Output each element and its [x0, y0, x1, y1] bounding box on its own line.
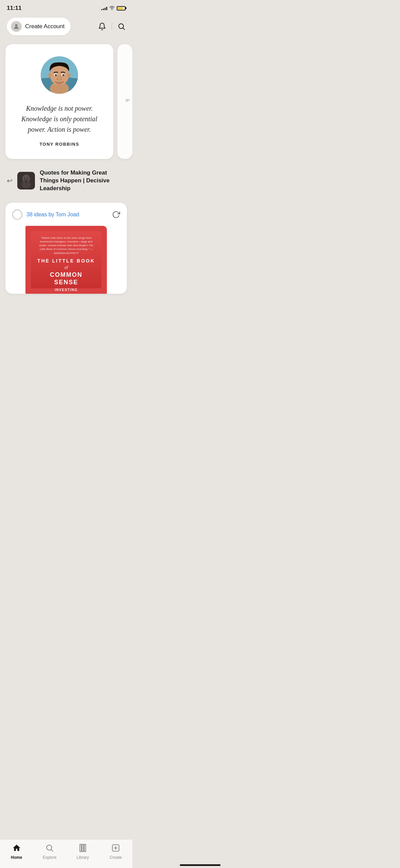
author-photo: [41, 56, 78, 94]
source-thumbnail: [17, 172, 35, 189]
status-time: 11:11: [7, 5, 21, 12]
avatar: [11, 21, 22, 32]
svg-point-8: [67, 73, 71, 78]
search-button[interactable]: [117, 22, 126, 31]
source-text: Quotes for Making Great Things Happen | …: [40, 169, 126, 193]
svg-line-2: [123, 28, 125, 30]
status-bar: 11:11: [0, 0, 132, 14]
main-content: Knowledge is not power. Knowledge is onl…: [0, 41, 132, 331]
ideas-circle-icon: [12, 210, 22, 220]
svg-point-1: [119, 24, 123, 29]
book-title-sub: INVESTING: [55, 288, 77, 292]
bell-icon: [98, 22, 106, 31]
book-title-main: COMMON SENSE: [37, 271, 95, 286]
quote-card[interactable]: Knowledge is not power. Knowledge is onl…: [5, 44, 113, 159]
ideas-header: 38 ideas by Tom Joad: [12, 210, 120, 220]
ideas-card: 38 ideas by Tom Joad "Rather than: [5, 203, 127, 294]
status-icons: [101, 5, 126, 11]
reply-arrow-icon: ↪: [7, 177, 13, 185]
svg-point-0: [15, 24, 18, 26]
book-blurb: "Rather than listen to the siren songs f…: [37, 236, 95, 255]
svg-point-14: [63, 74, 64, 75]
header-divider: [112, 23, 112, 30]
svg-point-12: [62, 74, 64, 76]
signal-icon: [101, 6, 107, 10]
quote-avatar: [41, 56, 78, 94]
svg-point-19: [27, 178, 28, 179]
battery-icon: [117, 6, 126, 11]
quote-card-peek: gerih: [117, 44, 132, 159]
svg-point-11: [55, 74, 57, 76]
svg-point-7: [48, 73, 52, 78]
book-title-line1: THE LITTLE BOOK: [37, 258, 95, 264]
header: Create Account: [0, 14, 132, 41]
notification-button[interactable]: [98, 22, 106, 31]
search-icon: [117, 22, 126, 31]
book-title-of: of: [64, 265, 68, 270]
ideas-author: Tom Joad: [56, 212, 79, 217]
svg-point-18: [24, 178, 25, 179]
refresh-icon: [112, 211, 120, 219]
quote-author: TONY ROBBINS: [39, 142, 79, 147]
quote-text: Knowledge is not power. Knowledge is onl…: [15, 103, 104, 135]
ideas-label: ideas by: [34, 212, 56, 217]
quote-card-container: Knowledge is not power. Knowledge is onl…: [5, 44, 127, 159]
book-cover: "Rather than listen to the siren songs f…: [25, 226, 107, 294]
ideas-count-text: 38 ideas by Tom Joad: [26, 212, 79, 218]
source-title: Quotes for Making Great Things Happen | …: [40, 169, 126, 193]
source-row[interactable]: ↪: [5, 166, 127, 196]
svg-point-13: [56, 74, 57, 75]
refresh-button[interactable]: [112, 211, 120, 219]
create-account-button[interactable]: Create Account: [7, 18, 71, 35]
wifi-icon: [109, 5, 115, 11]
ideas-count: 38: [26, 212, 33, 217]
source-thumb-image: [17, 172, 35, 189]
header-actions: [98, 22, 126, 31]
create-account-label: Create Account: [25, 23, 64, 30]
